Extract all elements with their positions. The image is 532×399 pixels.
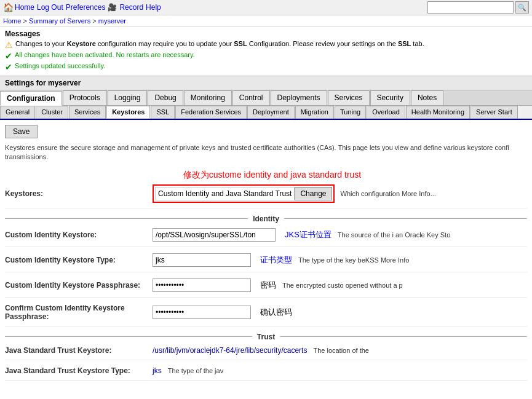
tab-logging[interactable]: Logging (108, 90, 148, 105)
subtab-general[interactable]: General (0, 106, 35, 119)
search-input[interactable] (427, 1, 514, 14)
custom-identity-keystore-label: Custom Identity Keystore: (5, 231, 153, 239)
subtab-services[interactable]: Services (69, 106, 106, 119)
custom-identity-passphrase-label: Custom Identity Keystore Passphrase: (5, 281, 153, 290)
help-link[interactable]: Help (146, 3, 161, 12)
java-trust-keystore-row: Java Standard Trust Keystore: /usr/lib/j… (5, 346, 527, 360)
java-trust-type-value: jks (153, 366, 162, 375)
subtab-cluster[interactable]: Cluster (36, 106, 68, 119)
trust-line-right (280, 336, 527, 337)
custom-identity-type-row: Custom Identity Keystore Type: 证书类型 The … (5, 253, 527, 272)
confirm-passphrase-annotation: 确认密码 (260, 307, 292, 318)
subtab-deployment[interactable]: Deployment (247, 106, 295, 119)
page-description: Keystores ensure the secure storage and … (5, 143, 527, 162)
settings-header: Settings for myserver (0, 76, 532, 90)
subtab-server-start[interactable]: Server Start (470, 106, 518, 119)
topbar: 🏠 Home Log Out Preferences 🎥 Record Help… (0, 0, 532, 15)
keystores-value: Custom Identity and Java Standard Trust (155, 187, 295, 200)
home-icon: 🏠 (3, 2, 14, 12)
custom-identity-passphrase-control: 密码 The encrypted custo opened without a … (153, 279, 527, 292)
success-icon-1: ✔ (5, 51, 12, 61)
success-text-2: Settings updated successfully. (15, 62, 105, 69)
java-trust-keystore-control: /usr/lib/jvm/oraclejdk7-64/jre/lib/secur… (153, 346, 527, 355)
keystores-change-button[interactable]: Change (295, 187, 332, 200)
identity-section-title: Identity (248, 215, 284, 223)
java-trust-type-info: The type of the jav (168, 367, 291, 374)
subtab-keystores[interactable]: Keystores (106, 106, 150, 119)
confirm-passphrase-control: 确认密码 (153, 306, 527, 319)
main-tabs: Configuration Protocols Logging Debug Mo… (0, 90, 532, 106)
tab-control[interactable]: Control (232, 90, 270, 105)
java-trust-type-row: Java Standard Trust Keystore Type: jks T… (5, 366, 527, 381)
subtab-tuning[interactable]: Tuning (335, 106, 366, 119)
breadcrumb-home[interactable]: Home (3, 17, 21, 25)
record-icon: 🎥 (108, 3, 117, 12)
identity-section-header: Identity (5, 215, 527, 223)
search-button[interactable]: 🔍 (515, 1, 529, 14)
trust-line-left (5, 336, 252, 337)
tab-deployments[interactable]: Deployments (271, 90, 327, 105)
keystores-select-box: Custom Identity and Java Standard Trust … (153, 184, 335, 203)
save-button[interactable]: Save (5, 125, 38, 138)
breadcrumb-summary[interactable]: Summary of Servers (29, 17, 90, 25)
custom-identity-keystore-row: Custom Identity Keystore: JKS证书位置 The so… (5, 228, 527, 247)
subtab-overload[interactable]: Overload (367, 106, 405, 119)
trust-section-title: Trust (252, 333, 280, 341)
annotation-keystores: 修改为custome identity and java standard tr… (183, 170, 361, 181)
tab-notes[interactable]: Notes (411, 90, 443, 105)
section-line-left (5, 218, 248, 219)
custom-identity-passphrase-input[interactable] (153, 279, 251, 292)
confirm-passphrase-input[interactable] (153, 306, 251, 319)
custom-identity-type-input[interactable] (153, 253, 251, 267)
keystores-info: Which configuration More Info... (341, 190, 464, 197)
trust-section-header: Trust (5, 333, 527, 341)
custom-identity-passphrase-annotation: 密码 (260, 280, 276, 291)
subtab-health-monitoring[interactable]: Health Monitoring (406, 106, 470, 119)
search-area: 🔍 (427, 1, 529, 14)
java-trust-keystore-label: Java Standard Trust Keystore: (5, 346, 153, 355)
tab-services[interactable]: Services (328, 90, 370, 105)
custom-identity-keystore-annotation: JKS证书位置 (285, 229, 332, 240)
record-link[interactable]: Record (119, 3, 143, 12)
custom-identity-type-annotation: 证书类型 (260, 255, 292, 266)
breadcrumb-server[interactable]: myserver (98, 17, 126, 25)
custom-identity-type-label: Custom Identity Keystore Type: (5, 256, 153, 264)
home-link[interactable]: Home (15, 3, 34, 12)
keystores-label: Keystores: (5, 189, 153, 198)
confirm-passphrase-row: Confirm Custom Identity Keystore Passphr… (5, 304, 527, 326)
custom-identity-keystore-control: JKS证书位置 The source of the i an Oracle Ke… (153, 228, 527, 242)
sub-tabs: General Cluster Services Keystores SSL F… (0, 106, 532, 120)
subtab-ssl[interactable]: SSL (151, 106, 175, 119)
custom-identity-passphrase-info: The encrypted custo opened without a p (282, 282, 405, 289)
success-message-2: ✔ Settings updated successfully. (5, 62, 527, 72)
custom-identity-type-control: 证书类型 The type of the key beKSS More Info (153, 253, 527, 267)
java-trust-keystore-info: The location of the (313, 347, 436, 354)
custom-identity-passphrase-row: Custom Identity Keystore Passphrase: 密码 … (5, 279, 527, 298)
top-nav: Home Log Out Preferences 🎥 Record Help (15, 3, 427, 12)
content-area: Save Keystores ensure the secure storage… (0, 120, 532, 392)
section-line-right (284, 218, 527, 219)
warning-message: ⚠ Changes to your Keystore configuration… (5, 40, 527, 50)
tab-debug[interactable]: Debug (148, 90, 183, 105)
warning-icon: ⚠ (5, 40, 13, 50)
warning-text: Changes to your Keystore configuration m… (15, 40, 424, 47)
custom-identity-type-info: The type of the key beKSS More Info (298, 256, 421, 264)
preferences-link[interactable]: Preferences (66, 3, 106, 12)
subtab-migration[interactable]: Migration (295, 106, 334, 119)
tab-security[interactable]: Security (370, 90, 410, 105)
success-icon-2: ✔ (5, 62, 12, 72)
custom-identity-keystore-input[interactable] (153, 228, 276, 242)
messages-panel: Messages ⚠ Changes to your Keystore conf… (0, 27, 532, 76)
custom-identity-keystore-info: The source of the i an Oracle Key Sto (338, 231, 461, 239)
messages-title: Messages (5, 30, 527, 38)
java-trust-keystore-value: /usr/lib/jvm/oraclejdk7-64/jre/lib/secur… (153, 346, 307, 355)
subtab-federation[interactable]: Federation Services (175, 106, 247, 119)
java-trust-type-control: jks The type of the jav (153, 366, 527, 375)
logout-link[interactable]: Log Out (37, 3, 63, 12)
tab-monitoring[interactable]: Monitoring (184, 90, 232, 105)
tab-protocols[interactable]: Protocols (63, 90, 107, 105)
success-text-1: All changes have been activated. No rest… (15, 51, 195, 58)
java-trust-type-label: Java Standard Trust Keystore Type: (5, 366, 153, 375)
keystores-control: Custom Identity and Java Standard Trust … (153, 184, 527, 203)
tab-configuration[interactable]: Configuration (0, 91, 62, 106)
